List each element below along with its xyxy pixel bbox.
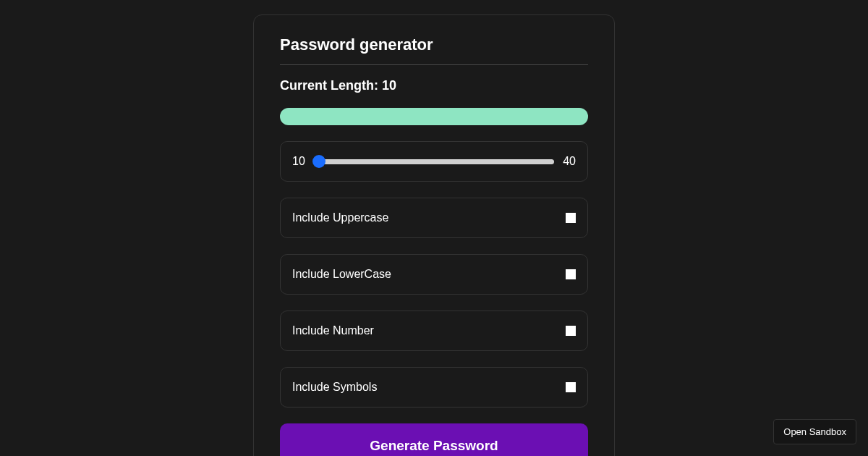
generate-button[interactable]: Generate Password (280, 423, 588, 456)
slider-min-label: 10 (292, 155, 305, 168)
length-slider[interactable] (314, 159, 554, 164)
card-title: Password generator (280, 35, 588, 65)
option-label: Include Symbols (292, 381, 377, 394)
option-label: Include Uppercase (292, 211, 388, 224)
option-label: Include LowerCase (292, 268, 391, 281)
password-generator-card: Password generator Current Length: 10 10… (253, 14, 615, 456)
open-sandbox-button[interactable]: Open Sandbox (773, 419, 856, 444)
option-uppercase: Include Uppercase (280, 198, 588, 238)
length-label-prefix: Current Length: (280, 78, 382, 93)
option-number: Include Number (280, 311, 588, 351)
length-label: Current Length: 10 (280, 78, 588, 93)
uppercase-checkbox[interactable] (566, 213, 576, 223)
number-checkbox[interactable] (566, 326, 576, 336)
lowercase-checkbox[interactable] (566, 269, 576, 279)
symbols-checkbox[interactable] (566, 382, 576, 392)
option-lowercase: Include LowerCase (280, 254, 588, 295)
password-output (280, 108, 588, 125)
slider-thumb[interactable] (312, 155, 326, 168)
slider-max-label: 40 (563, 155, 576, 168)
length-slider-container: 10 40 (280, 141, 588, 182)
length-value: 10 (382, 78, 396, 93)
option-symbols: Include Symbols (280, 367, 588, 408)
option-label: Include Number (292, 324, 374, 337)
